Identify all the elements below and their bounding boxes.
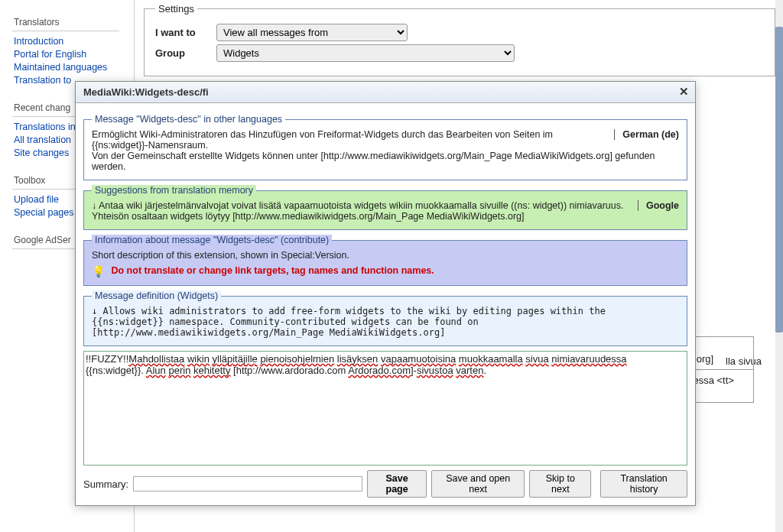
- scrollbar-track[interactable]: [775, 0, 783, 532]
- info-box: Information about message "Widgets-desc"…: [83, 235, 687, 286]
- info-line1: Short description of this extension, sho…: [92, 250, 679, 261]
- other-langs-legend: Message "Widgets-desc" in other language…: [92, 114, 285, 125]
- sidebar-link-transin[interactable]: Translations in: [14, 122, 76, 132]
- dialog-titlebar[interactable]: MediaWiki:Widgets-desc/fi ✕: [76, 82, 695, 103]
- sidebar-link-translationto[interactable]: Translation to: [14, 75, 71, 86]
- sidebar-link-upload[interactable]: Upload file: [14, 194, 59, 205]
- sidebar-link-sitechanges[interactable]: Site changes: [14, 148, 69, 158]
- suggestions-text[interactable]: ↓ Antaa wiki järjestelmänvalvojat voivat…: [92, 200, 679, 222]
- divider: [12, 31, 119, 31]
- info-legend: Information about message "Widgets-desc"…: [92, 235, 332, 245]
- suggestions-box: Suggestions from translation memory Goog…: [83, 185, 687, 230]
- sidebar-heading-translators: Translators: [14, 17, 122, 28]
- skip-button[interactable]: Skip to next: [529, 470, 591, 498]
- sidebar-link-portal[interactable]: Portal for English: [14, 49, 86, 60]
- other-languages-box: Message "Widgets-desc" in other language…: [83, 114, 687, 180]
- settings-fieldset: Settings I want to View all messages fro…: [144, 3, 775, 76]
- iwantto-label: I want to: [155, 27, 216, 38]
- definition-box: Message definition (Widgets) ↓ Allows wi…: [83, 290, 687, 346]
- translation-dialog: MediaWiki:Widgets-desc/fi ✕ Message "Wid…: [75, 81, 696, 506]
- info-warning: Do not translate or change link targets,…: [111, 265, 434, 276]
- translation-textarea-wrap[interactable]: !!FUZZY!!Mahdollistaa wikin ylläpitäjill…: [83, 351, 687, 466]
- suggestions-legend: Suggestions from translation memory: [92, 185, 256, 196]
- sidebar-link-maintained[interactable]: Maintained languages: [14, 62, 107, 73]
- lang-label: German (de): [614, 129, 679, 140]
- sidebar-link-special[interactable]: Special pages: [14, 207, 74, 218]
- summary-label: Summary:: [83, 478, 128, 490]
- close-icon[interactable]: ✕: [679, 85, 689, 99]
- scrollbar-thumb[interactable]: [775, 27, 783, 332]
- sidebar-link-alltrans[interactable]: All translation: [14, 135, 71, 145]
- lightbulb-icon: 💡: [92, 265, 104, 277]
- summary-input[interactable]: [133, 476, 362, 491]
- history-button[interactable]: Translation history: [600, 470, 687, 498]
- save-next-button[interactable]: Save and open next: [431, 470, 525, 498]
- other-langs-text: Ermöglicht Wiki-Administratoren das Hinz…: [92, 129, 679, 172]
- dialog-title-text: MediaWiki:Widgets-desc/fi: [83, 86, 209, 98]
- sidebar-link-introduction[interactable]: Introduction: [14, 36, 63, 47]
- definition-text: ↓ Allows wiki administrators to add free…: [92, 306, 679, 338]
- settings-legend: Settings: [155, 3, 197, 15]
- group-label: Group: [155, 47, 216, 59]
- iwantto-select[interactable]: View all messages from: [216, 24, 408, 41]
- save-button[interactable]: Save page: [367, 470, 427, 498]
- suggest-source: Google: [638, 200, 679, 211]
- group-select[interactable]: Widgets: [216, 44, 515, 62]
- definition-legend: Message definition (Widgets): [92, 290, 221, 301]
